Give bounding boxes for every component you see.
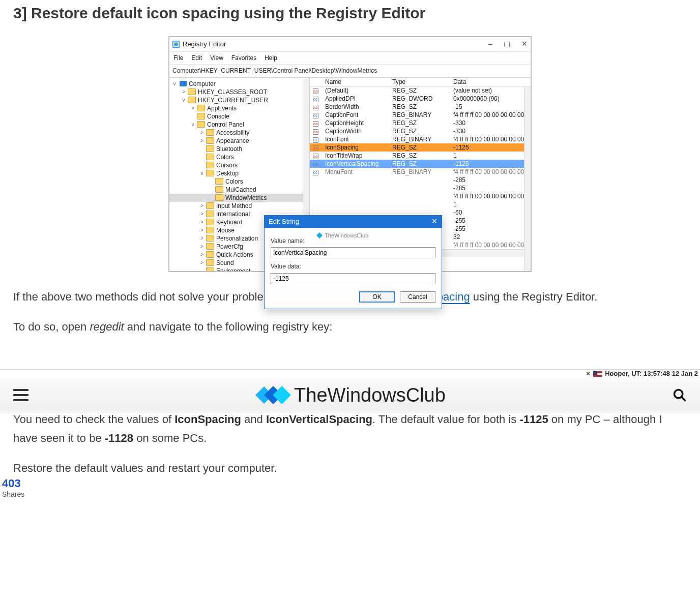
paragraph-3: You need to check the values of IconSpac… [13, 410, 687, 448]
watermark: TheWindowsClub [316, 231, 368, 241]
regedit-app-icon [172, 41, 180, 48]
section-heading: 3] Restore default icon spacing using th… [13, 0, 687, 26]
geo-close-icon[interactable]: × [586, 370, 590, 377]
menu-help[interactable]: Help [265, 53, 277, 63]
tree-node[interactable]: Cursors [169, 161, 309, 169]
edit-string-dialog: Edit String ✕ TheWindowsClub Value name:… [264, 215, 442, 309]
menu-view[interactable]: View [210, 53, 223, 63]
us-flag-icon [593, 371, 602, 377]
regedit-titlebar: Registry Editor – ▢ ✕ [169, 37, 531, 52]
menu-edit[interactable]: Edit [191, 53, 202, 63]
ad-geo-strip: × Hooper, UT: 13:57:48 12 Jan 2 [0, 369, 700, 379]
paragraph-2: To do so, open regedit and navigate to t… [13, 317, 687, 336]
svg-point-7 [675, 390, 683, 398]
svg-marker-3 [316, 232, 323, 238]
value-data-input[interactable] [271, 273, 435, 284]
value-data-label: Value data: [271, 261, 435, 272]
regedit-address-bar[interactable]: Computer\HKEY_CURRENT_USER\Control Panel… [169, 65, 531, 77]
dialog-close-icon[interactable]: ✕ [431, 216, 438, 228]
ok-button[interactable]: OK [359, 291, 395, 303]
regedit-title: Registry Editor [183, 39, 488, 50]
tree-node[interactable]: vHKEY_CURRENT_USER [169, 96, 309, 104]
hamburger-menu-icon[interactable] [13, 389, 28, 401]
registry-editor-screenshot: Registry Editor – ▢ ✕ File Edit View Fav… [168, 36, 532, 272]
svg-line-8 [682, 397, 686, 401]
dialog-title: Edit String [269, 216, 299, 227]
site-brand[interactable]: TheWindowsClub [28, 384, 673, 406]
regedit-menubar: File Edit View Favorites Help [169, 52, 531, 65]
close-icon[interactable]: ✕ [521, 38, 528, 50]
regedit-term: regedit [90, 320, 124, 333]
maximize-icon[interactable]: ▢ [504, 38, 510, 50]
geo-text: Hooper, UT: 13:57:48 12 Jan 2 [605, 370, 698, 377]
cancel-button[interactable]: Cancel [400, 291, 435, 303]
share-counter: 403 Shares [2, 477, 24, 498]
value-name-input[interactable] [271, 247, 435, 258]
brand-logo-icon [255, 384, 291, 406]
minimize-icon[interactable]: – [488, 38, 492, 50]
share-count: 403 [2, 477, 24, 490]
search-icon[interactable] [673, 388, 687, 402]
menu-favorites[interactable]: Favorites [231, 53, 256, 63]
paragraph-4: Restore the default values and restart y… [13, 459, 687, 477]
article-body: 3] Restore default icon spacing using th… [0, 0, 700, 363]
share-label: Shares [2, 490, 24, 498]
dialog-titlebar: Edit String ✕ [265, 216, 442, 228]
site-navbar: TheWindowsClub [0, 378, 700, 412]
menu-file[interactable]: File [173, 53, 183, 63]
tree-node[interactable]: Colors [169, 153, 309, 161]
tree-node[interactable]: >AppEvents [169, 104, 309, 112]
window-chrome-buttons: – ▢ ✕ [488, 38, 528, 50]
tree-node[interactable]: Bluetooth [169, 145, 309, 153]
svg-rect-2 [174, 43, 178, 46]
